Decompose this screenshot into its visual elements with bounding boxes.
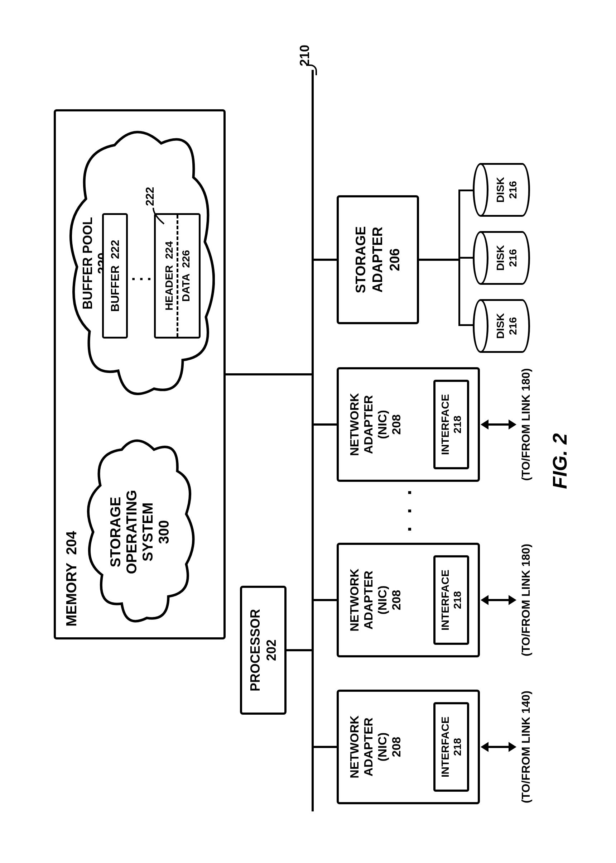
sos-line1: STORAGE [107,490,124,574]
memory-title: MEMORY 204 [62,531,80,627]
connector [312,599,338,601]
link-label-1: (TO/FROM LINK 140) [519,679,533,815]
disk-icon: DISK216 [473,299,530,353]
interface-box: INTERFACE218 [433,702,469,792]
bus-ref: 210 [297,44,312,66]
storage-os-cloud: STORAGE OPERATING SYSTEM 300 [82,439,197,625]
connector [419,259,459,261]
storage-adapter-box: STORAGE ADAPTER 206 [337,195,419,324]
disk-icon: DISK216 [473,163,530,217]
connector [459,324,474,326]
connector [312,259,338,261]
sos-ref: 300 [156,490,172,574]
diagram-stage: 200 MEMORY 204 STORAGE OPERATING SYSTEM … [39,38,577,826]
connector [286,649,312,651]
connector [312,746,338,748]
link-label-3: (TO/FROM LINK 180) [519,357,533,493]
nic-box-1: NETWORKADAPTER(NIC)208 INTERFACE218 [337,690,480,804]
vertical-ellipsis-icon: ··· [130,275,153,281]
horizontal-ellipsis-icon: · · · [398,486,421,532]
interface-box: INTERFACE218 [433,555,469,645]
nic-box-3: NETWORKADAPTER(NIC)208 INTERFACE218 [337,367,480,482]
disk-icon: DISK216 [473,231,530,285]
sos-line3: SYSTEM [140,490,156,574]
nic-box-2: NETWORKADAPTER(NIC)208 INTERFACE218 [337,543,480,657]
bidir-arrow-icon [481,742,517,752]
figure-label: FIG. 2 [548,433,571,489]
connector [226,373,312,376]
connector [459,190,474,191]
connector [459,257,474,259]
bidir-arrow-icon [481,420,517,429]
connector [312,423,338,426]
processor-box: PROCESSOR 202 [240,586,286,715]
link-label-2: (TO/FROM LINK 180) [519,532,533,668]
buffer-box-2: HEADER 224 DATA 226 [154,213,201,338]
system-bus [311,70,314,811]
buffer2-ref: 222 [143,187,157,206]
buffer-box-1: BUFFER 222 [102,213,128,338]
bidir-arrow-icon [481,595,517,605]
interface-box: INTERFACE218 [433,380,469,469]
sos-line2: OPERATING [124,490,140,574]
